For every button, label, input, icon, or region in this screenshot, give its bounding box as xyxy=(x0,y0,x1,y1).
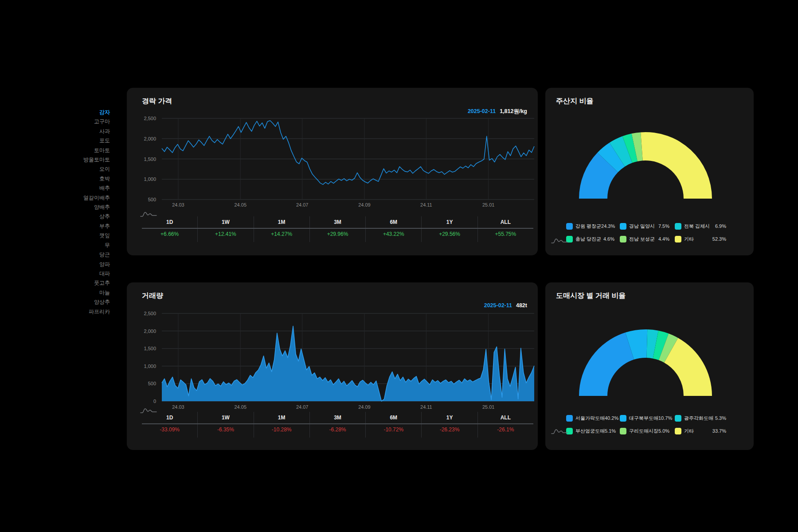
svg-text:24.05: 24.05 xyxy=(234,404,246,410)
svg-text:24.11: 24.11 xyxy=(420,202,432,207)
svg-text:25.01: 25.01 xyxy=(482,404,495,410)
legend-label: 기타 xyxy=(684,428,694,434)
legend-label: 전남 보성군 xyxy=(629,236,655,243)
period-1D[interactable]: 1D+6.66% xyxy=(142,216,197,242)
period-change: -10.72% xyxy=(366,426,421,433)
legend-item-강원 평창군: 강원 평창군24.3% xyxy=(566,223,620,230)
svg-text:2,000: 2,000 xyxy=(144,136,156,141)
period-3M[interactable]: 3M+29.96% xyxy=(309,216,365,242)
period-change: -26.1% xyxy=(478,426,533,433)
sidebar-item-대파[interactable]: 대파 xyxy=(57,269,110,278)
svg-text:24.09: 24.09 xyxy=(358,202,371,207)
period-ALL[interactable]: ALL+55.75% xyxy=(477,216,533,242)
period-1W[interactable]: 1W-6.35% xyxy=(197,412,253,438)
sidebar-item-파프리카[interactable]: 파프리카 xyxy=(57,307,110,317)
sidebar-item-양파[interactable]: 양파 xyxy=(57,260,110,269)
sidebar-item-토마토[interactable]: 토마토 xyxy=(57,146,110,155)
svg-text:24.05: 24.05 xyxy=(234,202,246,207)
sidebar-item-깻잎[interactable]: 깻잎 xyxy=(57,231,110,240)
sidebar-item-오이[interactable]: 오이 xyxy=(57,164,110,174)
sidebar-item-무[interactable]: 무 xyxy=(57,241,110,250)
legend-color-swatch xyxy=(620,428,626,434)
sidebar-item-당근[interactable]: 당근 xyxy=(57,250,110,259)
sidebar-item-포도[interactable]: 포도 xyxy=(57,136,110,145)
sidebar-item-풋고추[interactable]: 풋고추 xyxy=(57,278,110,288)
period-1Y[interactable]: 1Y+29.56% xyxy=(421,216,477,242)
svg-text:24.07: 24.07 xyxy=(296,202,309,207)
sidebar-item-부추[interactable]: 부추 xyxy=(57,222,110,231)
period-divider xyxy=(142,423,533,424)
legend-item-광주각화도매: 광주각화도매5.3% xyxy=(675,415,732,422)
period-change: +29.56% xyxy=(422,231,477,237)
legend-item-서울가락도매: 서울가락도매40.2% xyxy=(566,415,620,422)
region-ratio-panel: 주산지 비율 강원 평창군24.3%경남 밀양시7.5%전북 김제시6.9%충남… xyxy=(545,88,754,255)
period-label: 3M xyxy=(310,219,365,225)
sparkline-icon xyxy=(551,237,568,245)
period-change: +43.22% xyxy=(366,231,421,237)
period-label: ALL xyxy=(478,219,533,225)
price-panel: 경락 가격 2025-02-111,812원/kg 2,5002,0001,50… xyxy=(127,88,538,255)
svg-text:2,500: 2,500 xyxy=(144,116,156,121)
period-1M[interactable]: 1M-10.28% xyxy=(254,412,309,438)
period-6M[interactable]: 6M+43.22% xyxy=(365,216,421,242)
period-label: 1M xyxy=(254,219,309,225)
legend-percent: 4.4% xyxy=(658,236,675,242)
period-6M[interactable]: 6M-10.72% xyxy=(365,412,421,438)
sidebar-item-상추[interactable]: 상추 xyxy=(57,212,110,221)
period-change: +6.66% xyxy=(142,231,197,237)
volume-period-stats: 1D-33.09%1W-6.35%1M-10.28%3M-6.28%6M-10.… xyxy=(142,412,533,438)
period-1M[interactable]: 1M+14.27% xyxy=(254,216,309,242)
svg-text:500: 500 xyxy=(148,197,156,202)
period-1D[interactable]: 1D-33.09% xyxy=(142,412,197,438)
period-label: 1D xyxy=(142,415,197,421)
period-label: 6M xyxy=(366,219,421,225)
legend-color-swatch xyxy=(566,223,573,230)
period-change: +12.41% xyxy=(198,231,253,237)
sidebar-item-호박[interactable]: 호박 xyxy=(57,174,110,184)
period-change: +14.27% xyxy=(254,231,309,237)
dashboard: 감자고구마사과포도토마토방울토마토오이호박배추얼갈이배추양배추상추부추깻잎무당근… xyxy=(0,0,798,532)
svg-text:24.07: 24.07 xyxy=(296,404,309,410)
region-legend: 강원 평창군24.3%경남 밀양시7.5%전북 김제시6.9%충남 당진군4.6… xyxy=(566,223,732,243)
period-change: -10.28% xyxy=(254,426,309,433)
legend-color-swatch xyxy=(620,236,626,243)
period-3M[interactable]: 3M-6.28% xyxy=(309,412,365,438)
period-ALL[interactable]: ALL-26.1% xyxy=(477,412,533,438)
donut-slice-기타[interactable] xyxy=(641,132,712,199)
sidebar-item-양배추[interactable]: 양배추 xyxy=(57,203,110,212)
sidebar-item-얼갈이배추[interactable]: 얼갈이배추 xyxy=(57,193,110,203)
period-label: 1Y xyxy=(422,415,477,421)
donut-slice-서울가락도매[interactable] xyxy=(579,332,634,396)
legend-label: 전북 김제시 xyxy=(684,223,710,230)
svg-text:1,500: 1,500 xyxy=(144,156,156,162)
market-ratio-panel: 도매시장 별 거래 비율 서울가락도매40.2%대구북부도매10.7%광주각화도… xyxy=(545,282,754,450)
period-1W[interactable]: 1W+12.41% xyxy=(197,216,253,242)
sidebar-item-고구마[interactable]: 고구마 xyxy=(57,117,110,126)
sidebar-item-마늘[interactable]: 마늘 xyxy=(57,288,110,297)
sidebar-item-양상추[interactable]: 양상추 xyxy=(57,297,110,307)
legend-color-swatch xyxy=(675,223,681,230)
sidebar-item-사과[interactable]: 사과 xyxy=(57,127,110,136)
period-change: -33.09% xyxy=(142,426,197,433)
legend-item-기타: 기타33.7% xyxy=(675,427,732,434)
legend-label: 기타 xyxy=(684,236,694,243)
svg-text:24.09: 24.09 xyxy=(358,404,371,410)
sidebar-item-배추[interactable]: 배추 xyxy=(57,184,110,193)
legend-percent: 5.3% xyxy=(715,415,732,421)
svg-text:2,500: 2,500 xyxy=(144,311,156,316)
period-1Y[interactable]: 1Y-26.23% xyxy=(421,412,477,438)
legend-label: 충남 당진군 xyxy=(575,236,601,243)
legend-label: 서울가락도매 xyxy=(575,415,605,422)
svg-text:1,000: 1,000 xyxy=(144,364,156,369)
sidebar-item-감자[interactable]: 감자 xyxy=(57,108,110,117)
legend-percent: 24.3% xyxy=(601,223,620,229)
period-label: 1D xyxy=(142,219,197,225)
legend-percent: 5.1% xyxy=(605,428,621,434)
price-period-stats: 1D+6.66%1W+12.41%1M+14.27%3M+29.96%6M+43… xyxy=(142,216,533,242)
sidebar-item-방울토마토[interactable]: 방울토마토 xyxy=(57,155,110,164)
period-change: +29.96% xyxy=(310,231,365,237)
svg-text:500: 500 xyxy=(148,381,156,386)
legend-item-기타: 기타52.3% xyxy=(675,235,732,243)
legend-label: 경남 밀양시 xyxy=(629,223,655,230)
period-divider xyxy=(142,228,533,229)
